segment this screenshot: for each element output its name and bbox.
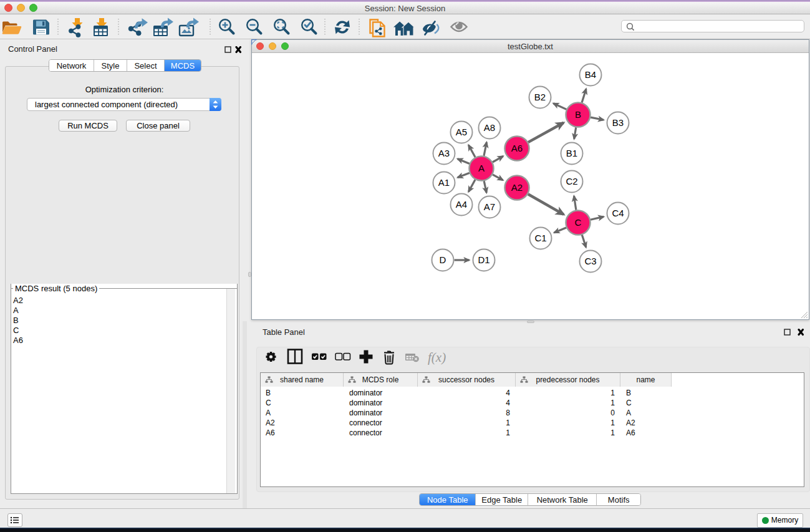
svg-text:B2: B2 [534, 92, 546, 102]
svg-text:A8: A8 [484, 122, 495, 133]
svg-text:C2: C2 [566, 176, 577, 186]
svg-text:B3: B3 [612, 117, 624, 128]
svg-text:C: C [575, 217, 582, 228]
svg-text:A5: A5 [456, 127, 467, 137]
svg-text:B4: B4 [585, 69, 596, 80]
svg-text:B1: B1 [566, 148, 577, 158]
svg-text:D1: D1 [478, 254, 489, 265]
svg-text:f(x): f(x) [428, 350, 446, 365]
svg-text:C1: C1 [534, 233, 546, 243]
svg-text:A6: A6 [511, 143, 523, 153]
svg-text:A4: A4 [456, 199, 467, 210]
svg-text:A3: A3 [438, 148, 450, 158]
svg-text:A2: A2 [511, 182, 523, 193]
svg-text:B: B [575, 109, 581, 120]
svg-text:C4: C4 [612, 208, 624, 218]
svg-text:A: A [478, 163, 485, 173]
svg-text:A1: A1 [438, 177, 450, 188]
svg-text:A7: A7 [484, 201, 495, 212]
svg-text:D: D [440, 254, 446, 265]
svg-text:C3: C3 [584, 256, 596, 266]
